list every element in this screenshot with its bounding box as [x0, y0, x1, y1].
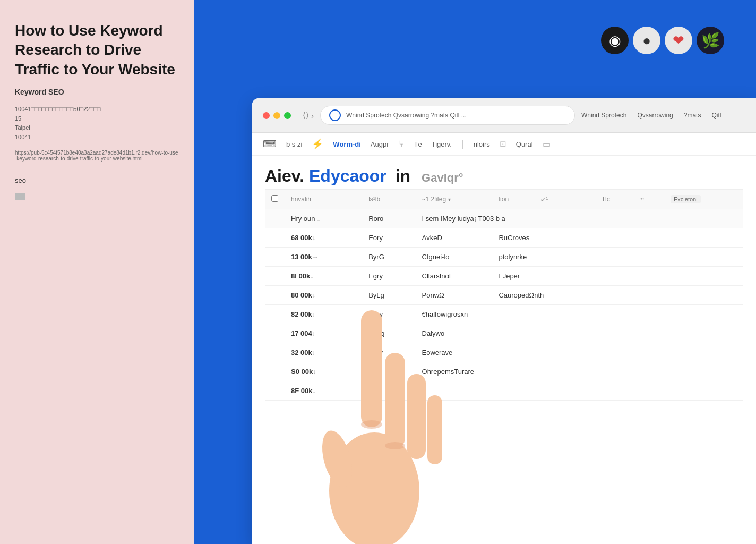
row-col3: OhrepemsTurare — [416, 362, 743, 381]
heading-blue: Edycaoor — [309, 166, 386, 185]
th-empty — [571, 190, 595, 209]
row-volume: 80 00k↓ — [285, 286, 362, 305]
table-row: 17 004↓ RyLg Dalywo — [265, 324, 743, 343]
nav-icon-box: ⊡ — [500, 139, 506, 149]
browser-tabs: Wnind Sprotech Qvsarrowing ?mats Qitl — [581, 112, 721, 119]
row-volume: S0 00k↓ — [285, 362, 362, 381]
svg-point-1 — [317, 427, 358, 490]
row-col4: LJeper — [492, 267, 743, 286]
table-row: 82 00k↓ Bury €halfowigrosxn — [265, 305, 743, 324]
row-col4: CauropedΩnth — [492, 286, 743, 305]
tab-3[interactable]: ?mats — [684, 112, 701, 119]
browser-content: Aiev. Edycaoor in GavIqr° hnvalih ls¹ — [252, 156, 756, 411]
row-col2: RyLg — [362, 324, 415, 343]
nav-item-worm[interactable]: Worm-di — [333, 140, 360, 148]
table-row: S0 00k↓ Nilly OhrepemsTurare — [265, 362, 743, 381]
th-lion: lion — [492, 190, 534, 209]
row-check — [265, 362, 285, 381]
nav-item-nloirs[interactable]: nloirs — [474, 140, 490, 148]
maximize-button[interactable] — [284, 112, 291, 119]
trend-icon: ↓ — [312, 311, 315, 318]
tab-1[interactable]: Wnind Sprotech — [581, 112, 626, 119]
row-col2: Egry — [362, 267, 415, 286]
meta-line1: 10041□□□□□□□□□□□□50□22□□□ — [15, 106, 100, 112]
browser-icon-2: ● — [633, 27, 660, 54]
row-check — [265, 228, 285, 248]
trend-icon: ↓ — [312, 387, 315, 395]
tab-2[interactable]: Qvsarrowing — [637, 112, 673, 119]
th-hnvalih: hnvalih — [285, 190, 362, 209]
row-volume: 13 00k→ — [285, 248, 362, 267]
back-icon[interactable]: ⟨⟩ — [303, 110, 309, 120]
row-check — [265, 324, 285, 343]
filter-arrow-icon: ▾ — [448, 197, 451, 202]
trend-icon: ↓ — [313, 368, 316, 376]
row-col4: RuCroves — [492, 228, 743, 248]
row-col2: ByrG — [362, 248, 415, 267]
left-panel: How to Use Keyword Research to Drive Tra… — [0, 0, 194, 544]
minimize-button[interactable] — [273, 112, 280, 119]
th-check — [265, 190, 285, 209]
subh-roro: Roro — [362, 209, 415, 228]
heading-in: in — [396, 166, 410, 185]
nav-item-augpr[interactable]: Augpr — [371, 140, 389, 148]
heading-sub: GavIqr° — [422, 171, 463, 184]
row-volume: 68 00k↓ — [285, 228, 362, 248]
row-col3: ΔvkeD — [416, 228, 493, 248]
row-col2: Eory — [362, 228, 415, 248]
meta-info: 10041□□□□□□□□□□□□50□22□□□ 15 Taipei 1004… — [15, 105, 179, 142]
nav-item-qural[interactable]: Qural — [516, 140, 533, 148]
subh-empty — [265, 209, 285, 228]
underline-icon: ⎵ — [317, 216, 320, 222]
nav-item-te[interactable]: Tē — [414, 140, 422, 148]
tab-4[interactable]: Qitl — [711, 112, 721, 119]
row-col3: Dalywo — [416, 324, 743, 343]
subh-desc: I sem IMey iudya¡ T003 b a — [416, 209, 743, 228]
browser-icon-1: ◉ — [601, 27, 629, 54]
nav-item-1[interactable]: b s zi — [286, 140, 302, 148]
th-lifeg: ~1 2lifeg ▾ — [416, 190, 493, 209]
row-volume: 8I 00k↓ — [285, 267, 362, 286]
nav-item-tiger[interactable]: Tigerv. — [432, 140, 452, 148]
table-subheader-row: Hry oun ⎵ Roro I sem IMey iudya¡ T003 b … — [265, 209, 743, 228]
page-url: https://pub-5c454f571b8e40a3a2aad27ade84… — [15, 150, 179, 162]
data-table: hnvalih ls¹lb ~1 2lifeg ▾ lion ↙¹ Tlc ≈ — [265, 189, 743, 401]
row-col3: PonwΩ_ — [416, 286, 493, 305]
excietion-badge: Excietoni — [671, 195, 701, 203]
th-arrow: ↙¹ — [534, 190, 571, 209]
address-bar[interactable]: Wnind Sprotech Qvsarrowing ?mats Qitl ..… — [320, 106, 575, 125]
address-circle-icon — [329, 109, 341, 121]
table-body: 68 00k↓ Eory ΔvkeD RuCroves 13 00k→ ByrG — [265, 228, 743, 401]
svg-point-0 — [329, 432, 419, 544]
browser-icons: ◉ ● ❤ 🌿 — [601, 27, 724, 54]
th-tlc: Tlc — [595, 190, 634, 209]
row-col2: Bury — [362, 305, 415, 324]
nav-separator: | — [461, 139, 464, 150]
browser-chrome: ⟨⟩ › Wnind Sprotech Qvsarrowing ?mats Qi… — [252, 98, 756, 133]
heading-black: Aiev. — [265, 166, 304, 185]
close-button[interactable] — [263, 112, 270, 119]
page-subtitle: Keyword SEO — [15, 88, 179, 96]
table-row: 80 00k↓ ByLg PonwΩ_ CauropedΩnth — [265, 286, 743, 305]
table-row: 68 00k↓ Eory ΔvkeD RuCroves — [265, 228, 743, 248]
th-approx: ≈ — [634, 190, 664, 209]
nav-bar: ⌨ b s zi ⚡ Worm-di Augpr ⑂ Tē Tigerv. | … — [252, 133, 756, 156]
row-col4: ptolynrke — [492, 248, 743, 267]
subh-hryoun: Hry oun ⎵ — [285, 209, 362, 228]
table-row: 8F 00k↓ — [265, 381, 743, 401]
meta-line3: Taipei — [15, 124, 30, 131]
table-row: 32 00k↓ Bory Eowerave — [265, 343, 743, 362]
forward-icon[interactable]: › — [311, 111, 314, 120]
row-volume: 17 004↓ — [285, 324, 362, 343]
trend-icon: ↓ — [312, 234, 315, 242]
trend-icon: ↓ — [312, 330, 315, 337]
table-row: 13 00k→ ByrG CIgnei-lo ptolynrke — [265, 248, 743, 267]
table-header-row: hnvalih ls¹lb ~1 2lifeg ▾ lion ↙¹ Tlc ≈ — [265, 190, 743, 209]
select-all-checkbox[interactable] — [271, 195, 278, 202]
nav-icon-1: ⌨ — [263, 138, 277, 150]
row-volume: 32 00k↓ — [285, 343, 362, 362]
nav-icon-2: ⚡ — [312, 138, 323, 150]
row-col2: Nilly — [362, 362, 415, 381]
row-col3: Eowerave — [416, 343, 743, 362]
trend-icon: → — [312, 253, 319, 261]
